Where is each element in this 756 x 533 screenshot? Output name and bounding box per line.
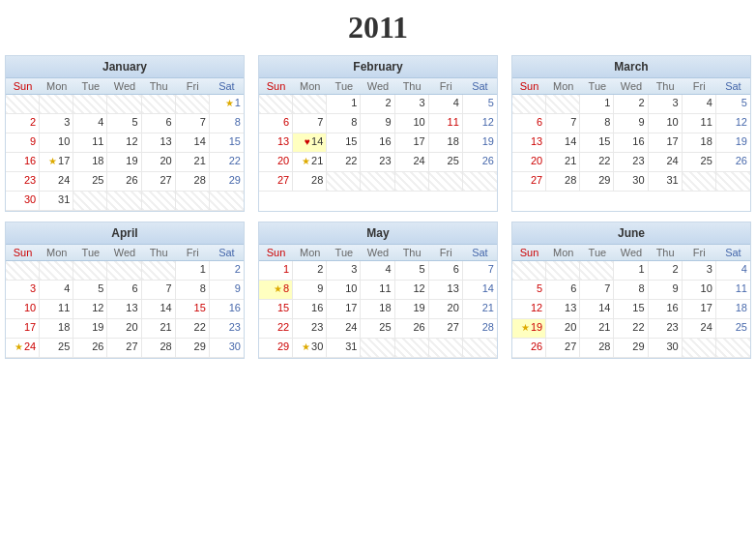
cal-cell: 20 bbox=[512, 153, 546, 172]
cal-cell: 26 bbox=[716, 153, 750, 172]
cal-cell: ★1 bbox=[210, 95, 244, 114]
cal-cell: 24 bbox=[683, 319, 716, 339]
cal-cell: 11 bbox=[361, 281, 394, 300]
month-april: AprilSunMonTueWedThuFriSat12345678910111… bbox=[5, 222, 245, 359]
day-header-sun: Sun bbox=[6, 245, 40, 260]
cal-cell: 31 bbox=[327, 339, 361, 358]
day-header-sat: Sat bbox=[716, 78, 750, 94]
cal-cell: 11 bbox=[716, 281, 750, 300]
cal-cell: 15 bbox=[259, 300, 293, 319]
cal-cell: 2 bbox=[6, 114, 40, 133]
cal-cell: 27 bbox=[546, 339, 580, 358]
cal-cell: 18 bbox=[73, 153, 107, 172]
cal-cell: 22 bbox=[176, 319, 210, 339]
cal-cell: ★21 bbox=[293, 153, 327, 172]
cal-cell: 4 bbox=[361, 261, 394, 281]
cal-cell bbox=[429, 172, 463, 192]
cal-cell: 1 bbox=[614, 261, 648, 281]
cal-cell: 15 bbox=[176, 300, 210, 319]
cal-cell: 28 bbox=[142, 339, 176, 358]
cal-cell: 7 bbox=[176, 114, 210, 133]
cal-cell: 24 bbox=[649, 153, 683, 172]
cal-cell: 21 bbox=[580, 319, 614, 339]
day-header-mon: Mon bbox=[546, 245, 580, 260]
cal-cell bbox=[395, 339, 429, 358]
cal-cell: 28 bbox=[463, 319, 497, 339]
day-header-wed: Wed bbox=[107, 245, 141, 260]
cal-cell: 29 bbox=[614, 339, 648, 358]
cal-cell: 25 bbox=[361, 319, 394, 339]
cal-cell: 19 bbox=[716, 133, 750, 153]
day-header-sat: Sat bbox=[210, 245, 244, 260]
cal-cell: 19 bbox=[395, 300, 429, 319]
cal-cell: 5 bbox=[716, 95, 750, 114]
month-title: June bbox=[512, 222, 750, 245]
cal-cell: 25 bbox=[683, 153, 716, 172]
cal-cell: 22 bbox=[580, 153, 614, 172]
cal-cell: 15 bbox=[327, 133, 361, 153]
cal-cell: 12 bbox=[716, 114, 750, 133]
cal-cell: 7 bbox=[142, 281, 176, 300]
cal-cell: 17 bbox=[327, 300, 361, 319]
cal-cell: 16 bbox=[293, 300, 327, 319]
cal-cell: 26 bbox=[463, 153, 497, 172]
day-header-sun: Sun bbox=[6, 78, 40, 94]
cal-cell: 16 bbox=[614, 133, 648, 153]
cal-cell: 2 bbox=[361, 95, 394, 114]
cal-cell: 22 bbox=[327, 153, 361, 172]
day-header-wed: Wed bbox=[361, 78, 394, 94]
cal-cell bbox=[73, 95, 107, 114]
cal-cell: 19 bbox=[463, 133, 497, 153]
cal-cell: 13 bbox=[142, 133, 176, 153]
cal-cell: ★24 bbox=[6, 339, 40, 358]
cal-cell: 20 bbox=[546, 319, 580, 339]
day-header-sat: Sat bbox=[210, 78, 244, 94]
cal-cell: 18 bbox=[361, 300, 394, 319]
day-header-sat: Sat bbox=[716, 245, 750, 260]
cal-cell: 23 bbox=[293, 319, 327, 339]
cal-cell: 10 bbox=[6, 300, 40, 319]
cal-cell: 1 bbox=[259, 261, 293, 281]
cal-cell: 10 bbox=[327, 281, 361, 300]
cal-cell: 3 bbox=[327, 261, 361, 281]
day-header-mon: Mon bbox=[40, 245, 73, 260]
cal-cell: 24 bbox=[395, 153, 429, 172]
cal-cell: 14 bbox=[142, 300, 176, 319]
day-header-thu: Thu bbox=[395, 78, 429, 94]
month-title: February bbox=[259, 56, 497, 78]
cal-cell bbox=[546, 95, 580, 114]
cal-cell: 28 bbox=[176, 172, 210, 192]
cal-cell bbox=[6, 261, 40, 281]
cal-cell bbox=[716, 172, 750, 192]
day-header-thu: Thu bbox=[142, 245, 176, 260]
day-header-sat: Sat bbox=[463, 245, 497, 260]
cal-cell: 13 bbox=[546, 300, 580, 319]
day-header-tue: Tue bbox=[73, 78, 107, 94]
cal-cell: 11 bbox=[683, 114, 716, 133]
cal-cell: 29 bbox=[210, 172, 244, 192]
cal-cell: 6 bbox=[546, 281, 580, 300]
cal-cell: 27 bbox=[429, 319, 463, 339]
cal-cell bbox=[73, 192, 107, 211]
cal-cell: 12 bbox=[512, 300, 546, 319]
day-header-sun: Sun bbox=[259, 78, 293, 94]
day-header-thu: Thu bbox=[395, 245, 429, 260]
cal-cell bbox=[327, 172, 361, 192]
cal-cell: 21 bbox=[546, 153, 580, 172]
cal-cell: 15 bbox=[580, 133, 614, 153]
cal-cell: 11 bbox=[429, 114, 463, 133]
cal-cell: 5 bbox=[73, 281, 107, 300]
cal-cell: 20 bbox=[107, 319, 141, 339]
cal-cell: 1 bbox=[327, 95, 361, 114]
cal-cell: 6 bbox=[107, 281, 141, 300]
cal-cell: 18 bbox=[683, 133, 716, 153]
cal-cell: 22 bbox=[614, 319, 648, 339]
cal-cell: 28 bbox=[580, 339, 614, 358]
cal-cell: 17 bbox=[649, 133, 683, 153]
day-header-wed: Wed bbox=[361, 245, 394, 260]
cal-cell: 5 bbox=[463, 95, 497, 114]
month-june: JuneSunMonTueWedThuFriSat123456789101112… bbox=[511, 222, 751, 359]
cal-cell: 18 bbox=[40, 319, 73, 339]
cal-cell: 12 bbox=[107, 133, 141, 153]
cal-cell: 6 bbox=[142, 114, 176, 133]
